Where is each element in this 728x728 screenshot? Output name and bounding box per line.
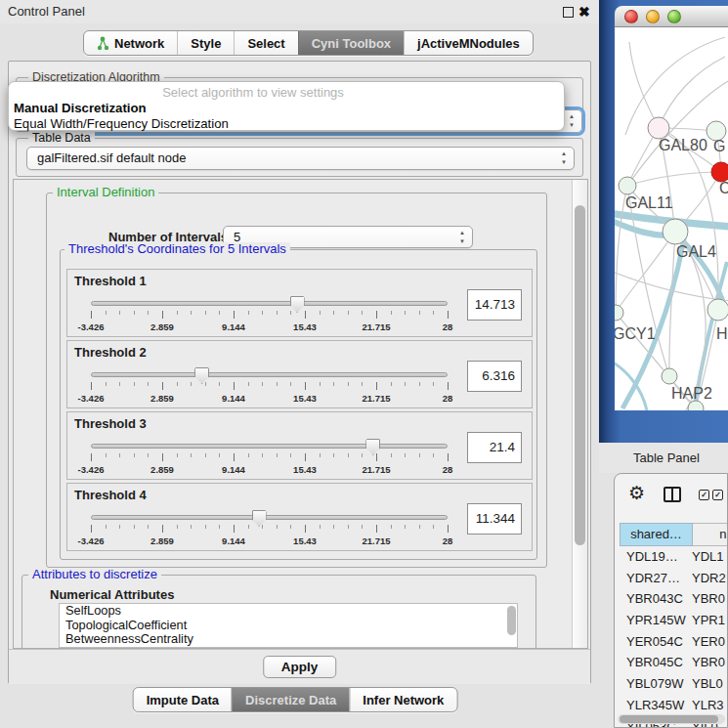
tick-mark	[91, 382, 92, 390]
table-cell[interactable]: YBL0	[688, 673, 728, 695]
table-row[interactable]: YBR045CYBR0	[620, 652, 728, 673]
table-cell[interactable]: YLR345W	[620, 695, 688, 716]
column-header-shared-name[interactable]: shared…	[620, 523, 693, 546]
tick-mark	[333, 382, 334, 386]
split-columns-icon[interactable]	[664, 487, 681, 502]
tick-labels: -3.4262.8599.14415.4321.71528	[91, 393, 448, 404]
edge[interactable]	[625, 37, 725, 135]
slider-track[interactable]	[91, 444, 448, 449]
apply-button[interactable]: Apply	[263, 656, 337, 678]
tick-mark	[262, 382, 263, 386]
vertical-scrollbar[interactable]	[572, 180, 587, 648]
attribute-item[interactable]: TopologicalCoefficient	[60, 619, 517, 633]
threshold-value-field[interactable]: 6.316	[467, 361, 522, 392]
network-node[interactable]	[707, 299, 728, 321]
table-cell[interactable]: YDL1	[688, 546, 728, 568]
table-data-combobox[interactable]: galFiltered.sif default node ▲▼	[26, 147, 575, 170]
close-icon[interactable]: ✖	[578, 2, 590, 21]
tab-infer-network[interactable]: Infer Network	[349, 688, 456, 711]
tab-impute-data[interactable]: Impute Data	[134, 688, 232, 711]
table-cell[interactable]: YBL079W	[620, 673, 688, 695]
close-traffic-light[interactable]	[624, 10, 638, 23]
checkbox-icon[interactable]: ✓	[712, 490, 723, 500]
scrollbar-thumb[interactable]	[620, 715, 718, 723]
table-row[interactable]: YBR043CYBR0	[620, 588, 728, 610]
gear-icon[interactable]: ⚙	[628, 482, 645, 504]
network-node[interactable]	[615, 305, 623, 321]
tick-mark	[290, 525, 291, 529]
table-row[interactable]: YBL079WYBL0	[620, 673, 728, 695]
table-cell[interactable]: YBR0	[688, 652, 728, 673]
slider-track[interactable]	[91, 301, 448, 306]
table-cell[interactable]: YDR2	[688, 568, 728, 589]
attribute-item[interactable]: BetweennessCentrality	[60, 632, 517, 647]
tick-mark	[106, 382, 107, 386]
tab-network[interactable]: Network	[84, 31, 177, 55]
tick-label: -3.426	[78, 393, 105, 404]
list-scrollbar[interactable]	[507, 606, 516, 635]
table-row[interactable]: YDR27…YDR2	[620, 568, 728, 589]
table-panel: ⚙ ✓ ✓ shared… na YDL19…YDL1YDR27…YDR2YBR…	[614, 473, 728, 728]
minimize-traffic-light[interactable]	[646, 10, 660, 23]
table-cell[interactable]: YER054C	[620, 631, 688, 653]
network-node[interactable]	[619, 177, 636, 194]
zoom-traffic-light[interactable]	[667, 10, 681, 23]
attribute-item[interactable]: SelfLoops	[60, 604, 517, 619]
tick-mark	[205, 453, 206, 457]
node-label: G	[713, 138, 725, 154]
slider-track[interactable]	[91, 372, 448, 377]
table-row[interactable]: YDL19…YDL1	[620, 546, 728, 568]
edge[interactable]	[616, 232, 675, 313]
checkbox-icon[interactable]: ✓	[699, 490, 709, 500]
table-cell[interactable]: YPR1	[688, 610, 728, 631]
table-panel-title: Table Panel	[633, 443, 700, 473]
tick-mark	[177, 453, 178, 457]
threshold-value-field[interactable]: 11.344	[467, 503, 522, 535]
network-node[interactable]	[648, 117, 669, 139]
table-row[interactable]: YER054CYER0	[620, 631, 728, 653]
table-cell[interactable]: YLR3	[688, 695, 728, 716]
numerical-attributes-list[interactable]: SelfLoopsTopologicalCoefficientBetweenne…	[59, 603, 518, 648]
network-node[interactable]	[662, 368, 677, 384]
table-row[interactable]: YLR345WYLR3	[620, 695, 728, 716]
table-cell[interactable]: YDL19…	[620, 546, 688, 568]
threshold-slider: -3.4262.8599.14415.4321.71528	[91, 440, 448, 477]
network-node[interactable]	[663, 219, 688, 244]
table-cell[interactable]: YPR145W	[620, 610, 688, 631]
dropdown-option-manual[interactable]: Manual Discretization	[9, 101, 564, 116]
table-cell[interactable]: YBR0	[688, 588, 728, 610]
tab-jactivemnodules[interactable]: jActiveMNodules	[404, 31, 533, 55]
threshold-value-field[interactable]: 21.4	[467, 432, 522, 463]
horizontal-scrollbar[interactable]	[618, 714, 725, 724]
network-canvas[interactable]: GAL80GCGAL11GAL4GCY1HHAP2	[615, 27, 728, 410]
tick-mark	[134, 453, 135, 457]
dropdown-hint: Select algorithm to view settings	[9, 84, 564, 101]
edge[interactable]	[627, 172, 721, 186]
scrollbar-thumb[interactable]	[575, 205, 585, 545]
tick-mark	[162, 311, 163, 319]
table-cell[interactable]: YER0	[688, 631, 728, 653]
tab-cyni-toolbox[interactable]: Cyni Toolbox	[298, 31, 404, 55]
tab-style[interactable]: Style	[177, 31, 234, 55]
tab-discretize-data[interactable]: Discretize Data	[232, 688, 349, 711]
tick-mark	[262, 453, 263, 457]
threshold-label: Threshold 3	[74, 416, 147, 431]
tick-mark	[320, 311, 321, 315]
tick-mark	[234, 311, 235, 319]
table-cell[interactable]: YBR045C	[620, 652, 688, 673]
column-header-name[interactable]: na	[693, 523, 728, 546]
table-row[interactable]: YPR145WYPR1	[620, 610, 728, 631]
node-label: GCY1	[615, 325, 656, 342]
threshold-slider: -3.4262.8599.14415.4321.71528	[91, 368, 448, 406]
tick-mark	[320, 453, 321, 457]
table-panel-header: Table Panel	[599, 443, 728, 473]
dropdown-option-equal-width[interactable]: Equal Width/Frequency Discretization	[9, 116, 564, 132]
tab-select[interactable]: Select	[234, 31, 297, 55]
tick-mark	[191, 311, 192, 315]
threshold-value-field[interactable]: 14.713	[467, 289, 522, 321]
float-window-icon[interactable]	[563, 7, 574, 18]
network-node[interactable]	[711, 162, 728, 182]
table-cell[interactable]: YBR043C	[620, 588, 688, 610]
slider-track[interactable]	[91, 515, 448, 520]
table-cell[interactable]: YDR27…	[620, 568, 688, 589]
